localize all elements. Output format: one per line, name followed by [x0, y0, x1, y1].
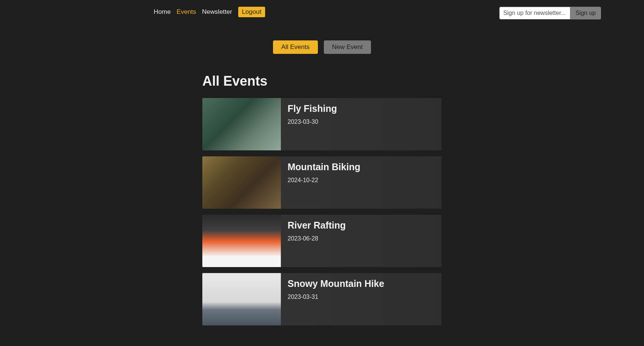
event-body: Fly Fishing 2023-03-30 [281, 98, 344, 150]
page-title: All Events [202, 73, 442, 89]
event-card[interactable]: Fly Fishing 2023-03-30 [202, 98, 442, 150]
event-date: 2023-03-30 [288, 119, 337, 125]
event-card[interactable]: Mountain Biking 2024-10-22 [202, 156, 442, 209]
event-body: Snowy Mountain Hike 2023-03-31 [281, 273, 391, 325]
event-date: 2023-06-28 [288, 235, 346, 242]
nav-events[interactable]: Events [177, 8, 196, 16]
nav-home[interactable]: Home [154, 8, 171, 16]
event-thumb [202, 98, 281, 150]
header: Home Events Newsletter Logout Sign up [154, 0, 490, 17]
tab-all-events[interactable]: All Events [273, 40, 318, 54]
event-thumb [202, 156, 281, 209]
event-title: Fly Fishing [288, 103, 337, 114]
event-thumb [202, 215, 281, 267]
event-title: Mountain Biking [288, 162, 360, 172]
event-title: Snowy Mountain Hike [288, 278, 384, 289]
event-card[interactable]: River Rafting 2023-06-28 [202, 215, 442, 267]
event-list: Fly Fishing 2023-03-30 Mountain Biking 2… [202, 98, 442, 325]
newsletter-input[interactable] [499, 7, 570, 19]
tabs: All Events New Event [0, 40, 644, 54]
event-title: River Rafting [288, 220, 346, 231]
main: All Events Fly Fishing 2023-03-30 Mounta… [202, 73, 442, 325]
main-nav: Home Events Newsletter Logout [154, 7, 265, 17]
event-body: Mountain Biking 2024-10-22 [281, 156, 367, 209]
event-date: 2023-03-31 [288, 294, 384, 300]
event-thumb [202, 273, 281, 325]
event-body: River Rafting 2023-06-28 [281, 215, 353, 267]
logout-button[interactable]: Logout [238, 7, 265, 17]
newsletter-form: Sign up [499, 7, 601, 19]
nav-newsletter[interactable]: Newsletter [202, 8, 232, 16]
tab-new-event[interactable]: New Event [324, 40, 371, 54]
event-date: 2024-10-22 [288, 177, 360, 184]
signup-button[interactable]: Sign up [570, 7, 601, 19]
event-card[interactable]: Snowy Mountain Hike 2023-03-31 [202, 273, 442, 325]
